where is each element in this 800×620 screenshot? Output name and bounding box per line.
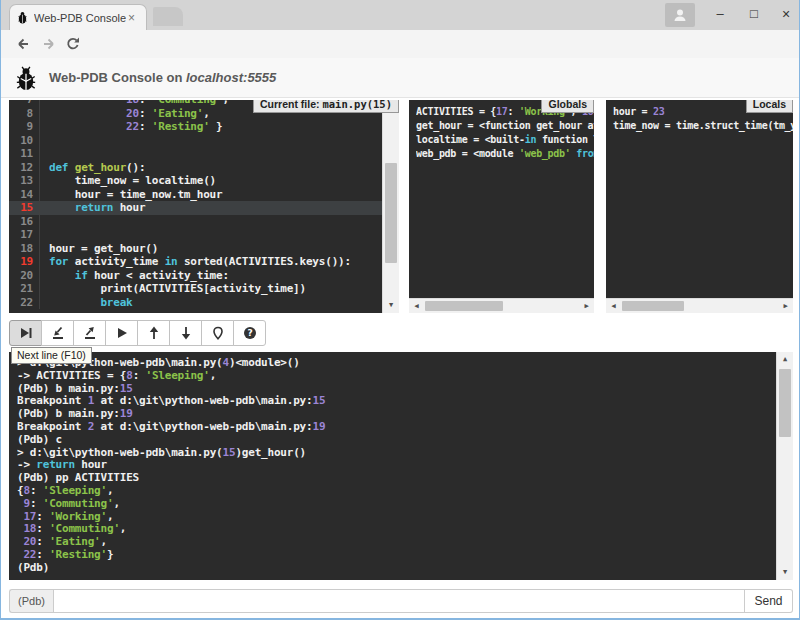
code-line: 14 hour = time_now.tm_hour: [9, 188, 382, 202]
code-line: 16: [9, 215, 382, 229]
console-line: 18: 'Commuting',: [17, 523, 776, 536]
console-line: (Pdb): [17, 562, 776, 575]
current-file-tag: Current file: main.py(15): [253, 100, 399, 113]
scroll-down-icon[interactable]: ▼: [777, 565, 793, 580]
console-line: 9: 'Commuting',: [17, 498, 776, 511]
console-vertical-scrollbar[interactable]: ▲ ▼: [776, 352, 793, 580]
up-arrow-icon: [147, 326, 161, 340]
next-line-tooltip: Next line (F10): [11, 347, 92, 364]
globals-scrollbar-thumb[interactable]: [425, 301, 503, 311]
send-button[interactable]: Send: [745, 589, 793, 613]
globals-panel: Globals ACTIVITIES = {17: 'Working', 18:…: [409, 100, 594, 313]
svg-text:?: ?: [247, 328, 252, 338]
next-line-icon: [19, 326, 33, 340]
code-line: 12def get_hour():: [9, 161, 382, 175]
maximize-button[interactable]: □: [737, 0, 771, 28]
web-pdb-logo-bug-icon: [14, 64, 38, 91]
close-window-button[interactable]: ×: [769, 0, 800, 28]
return-button[interactable]: [73, 320, 106, 346]
pdb-prompt-label: (Pdb): [9, 589, 53, 613]
locals-tag: Locals: [746, 100, 793, 113]
code-line: 19for activity_time in sorted(ACTIVITIES…: [9, 255, 382, 269]
step-into-icon: [51, 326, 65, 340]
debugger-toolbar: ?: [9, 320, 266, 346]
where-button[interactable]: [201, 320, 234, 346]
console-scrollbar-thumb[interactable]: [779, 369, 791, 437]
global-variable-line: localtime = <built-in function loca: [416, 133, 594, 147]
scroll-up-icon[interactable]: ▲: [777, 352, 793, 367]
tab-strip: Web-PDB Console on loc × – □ ×: [1, 0, 799, 30]
browser-toolbar: localhost:5555 ☆ ⋮: [1, 30, 799, 59]
pdb-command-input[interactable]: [53, 589, 745, 613]
code-vertical-scrollbar[interactable]: ▲ ▼: [382, 100, 399, 313]
frame-down-button[interactable]: [169, 320, 202, 346]
locals-lines: hour = 23time_now = time.struct_time(tm_…: [613, 105, 793, 298]
locals-scrollbar-thumb[interactable]: [622, 301, 684, 311]
code-lines: 7 18: 'Commuting',8 20: 'Eating',9 22: '…: [9, 100, 382, 309]
globals-tag: Globals: [541, 100, 594, 113]
frame-up-button[interactable]: [137, 320, 170, 346]
code-line: 15 return hour: [9, 201, 382, 215]
code-line: 10: [9, 134, 382, 148]
scroll-right-icon[interactable]: ▶: [579, 299, 594, 313]
code-line: 22 break: [9, 296, 382, 310]
command-input-row: (Pdb) Send: [9, 589, 793, 613]
code-line: 11: [9, 147, 382, 161]
map-pin-icon: [211, 326, 225, 340]
locals-horizontal-scrollbar[interactable]: ◀ ▶: [606, 298, 793, 313]
console-line: > d:\git\python-web-pdb\main.py(15)get_h…: [17, 447, 776, 460]
globals-horizontal-scrollbar[interactable]: ◀ ▶: [409, 298, 594, 313]
continue-icon: [115, 326, 129, 340]
person-icon: [672, 7, 688, 23]
code-line: 21 print(ACTIVITIES[activity_time]): [9, 282, 382, 296]
back-icon[interactable]: [15, 36, 31, 52]
minimize-button[interactable]: –: [703, 0, 737, 28]
favicon-bug-icon: [16, 11, 29, 24]
console-line: 17: 'Working',: [17, 511, 776, 524]
page-title: Web-PDB Console on localhost:5555: [49, 70, 276, 85]
global-variable-line: web_pdb = <module 'web_pdb' from ': [416, 147, 594, 161]
help-icon: ?: [243, 326, 257, 340]
code-line: 20 if hour < activity_time:: [9, 269, 382, 283]
new-tab-button[interactable]: [153, 7, 183, 26]
scroll-right-icon[interactable]: ▶: [778, 299, 793, 313]
tab-title: Web-PDB Console on loc: [34, 12, 126, 24]
scroll-left-icon[interactable]: ◀: [606, 299, 621, 313]
code-line: 18hour = get_hour(): [9, 242, 382, 256]
step-out-icon: [83, 326, 97, 340]
console-line: (Pdb) pp ACTIVITIES: [17, 472, 776, 485]
forward-icon[interactable]: [41, 36, 57, 52]
local-variable-line: time_now = time.struct_time(tm_yea: [613, 119, 793, 133]
browser-window: Web-PDB Console on loc × – □ × localhost…: [0, 0, 800, 620]
help-button[interactable]: ?: [233, 320, 266, 346]
scroll-down-icon[interactable]: ▼: [383, 298, 399, 313]
console-line: Breakpoint 2 at d:\git\python-web-pdb\ma…: [17, 421, 776, 434]
down-arrow-icon: [179, 326, 193, 340]
code-scrollbar-thumb[interactable]: [385, 163, 397, 263]
tab-close-icon[interactable]: ×: [128, 13, 135, 23]
global-variable-line: get_hour = <function get_hour at 0: [416, 119, 594, 133]
next-line-button[interactable]: [9, 320, 42, 346]
page-title-host: localhost:5555: [186, 70, 276, 85]
code-line: 17: [9, 228, 382, 242]
locals-panel: Locals hour = 23time_now = time.struct_t…: [606, 100, 793, 313]
console-lines: > d:\git\python-web-pdb\main.py(4)<modul…: [17, 357, 776, 580]
continue-button[interactable]: [105, 320, 138, 346]
console-line: 22: 'Resting'}: [17, 549, 776, 562]
code-line: 13 time_now = localtime(): [9, 174, 382, 188]
reload-icon[interactable]: [65, 36, 81, 52]
console-line: {8: 'Sleeping',: [17, 485, 776, 498]
step-into-button[interactable]: [41, 320, 74, 346]
app-header: Web-PDB Console on localhost:5555: [1, 58, 799, 98]
console-line: 20: 'Eating',: [17, 536, 776, 549]
current-file-panel: Current file: main.py(15) 7 18: 'Commuti…: [9, 100, 399, 313]
pdb-console-panel: PDB Console > d:\git\python-web-pdb\main…: [9, 352, 793, 580]
globals-lines: ACTIVITIES = {17: 'Working', 18: 'get_ho…: [416, 105, 594, 298]
profile-button[interactable]: [665, 3, 695, 27]
browser-tab[interactable]: Web-PDB Console on loc ×: [9, 4, 147, 30]
code-line: 9 22: 'Resting' }: [9, 120, 382, 134]
scroll-left-icon[interactable]: ◀: [409, 299, 424, 313]
